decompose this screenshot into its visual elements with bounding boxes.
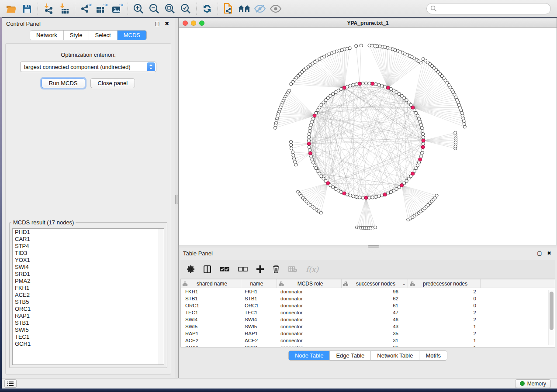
vertical-splitter[interactable] (175, 18, 179, 378)
mcds-result-item[interactable]: FKH1 (13, 285, 164, 292)
criterion-value: largest connected component (undirected) (21, 64, 147, 70)
hide-selected-button[interactable] (252, 1, 268, 16)
maximize-window-icon[interactable] (199, 21, 204, 26)
table-settings-button[interactable] (187, 263, 195, 276)
float-panel-icon[interactable]: ▢ (154, 20, 161, 27)
mcds-result-item[interactable]: TEC1 (13, 334, 164, 340)
deselect-all-columns-button[interactable] (238, 263, 248, 276)
search-input[interactable] (437, 6, 547, 12)
first-neighbors-button[interactable] (236, 1, 252, 16)
cell-predecessor-nodes: 2 (408, 316, 481, 323)
mcds-result-item[interactable]: CAR1 (13, 236, 164, 243)
scrollbar-thumb[interactable] (550, 292, 554, 330)
minimize-window-icon[interactable] (191, 21, 196, 26)
show-all-button[interactable] (268, 1, 284, 16)
mcds-result-item[interactable]: RAP1 (13, 313, 164, 320)
zoom-fit-button[interactable] (162, 1, 178, 16)
toolbar-separator (75, 3, 75, 15)
status-bar: Memory (2, 378, 557, 389)
zoom-selected-button[interactable] (178, 1, 194, 16)
mcds-result-item[interactable]: SWI5 (13, 327, 164, 334)
network-graph[interactable] (179, 28, 557, 245)
column-header-name[interactable]: name (241, 279, 277, 288)
sort-desc-icon: ⌄ (402, 281, 406, 286)
mcds-result-item[interactable]: SRD1 (13, 271, 164, 278)
export-table-button[interactable] (93, 1, 109, 16)
memory-button[interactable]: Memory (515, 379, 551, 388)
select-all-columns-button[interactable] (220, 263, 229, 276)
zoom-out-button[interactable] (146, 1, 162, 16)
cell-predecessor-nodes: 2 (408, 330, 481, 337)
run-mcds-button[interactable]: Run MCDS (42, 78, 85, 88)
save-session-button[interactable] (19, 1, 35, 16)
task-history-button[interactable] (4, 379, 17, 388)
column-header-shared-name[interactable]: shared name (181, 279, 241, 288)
table-scrollbar[interactable] (548, 290, 554, 345)
network-canvas[interactable] (179, 28, 557, 245)
table-row[interactable]: RAP1RAP1dominator352 (181, 330, 555, 337)
zoom-in-button[interactable] (131, 1, 146, 16)
tab-network[interactable]: Network (30, 31, 64, 40)
close-panel-icon[interactable]: ✖ (163, 20, 170, 27)
import-network-button[interactable] (41, 1, 56, 16)
tab-style[interactable]: Style (64, 31, 89, 40)
tab-select[interactable]: Select (89, 31, 118, 40)
tab-edge-table[interactable]: Edge Table (330, 351, 371, 360)
tab-network-table[interactable]: Network Table (371, 351, 419, 360)
table-row[interactable]: SWI5SWI5connector431 (181, 323, 555, 330)
mcds-result-item[interactable]: GCR1 (13, 340, 164, 347)
table-row[interactable]: FKH1FKH1dominator962 (181, 288, 555, 295)
mcds-result-list[interactable]: PHD1CAR1STP4TID3YOX1SWI4SRD1PMA2FKH1ACE2… (12, 228, 164, 365)
mcds-result-item[interactable]: TID3 (13, 250, 164, 257)
cell-name: STB1 (241, 295, 277, 302)
import-table-button[interactable] (56, 1, 72, 16)
mcds-result-item[interactable]: ACE2 (13, 292, 164, 299)
export-image-button[interactable] (109, 1, 125, 16)
network-view-titlebar[interactable]: YPA_prune.txt_1 (179, 18, 557, 28)
tab-motifs[interactable]: Motifs (419, 351, 447, 360)
duplicate-network-button[interactable] (221, 1, 236, 16)
column-header-successor-nodes[interactable]: successor nodes⌄ (342, 279, 408, 288)
cell-successor-nodes: 96 (342, 288, 408, 295)
export-network-button[interactable] (78, 1, 93, 16)
table-row[interactable]: ORC1ORC1dominator610 (181, 302, 555, 309)
mcds-result-item[interactable]: STB1 (13, 320, 164, 327)
mcds-result-item[interactable]: PMA2 (13, 278, 164, 285)
mcds-list-scrollbar[interactable] (159, 229, 164, 364)
choose-columns-button[interactable] (204, 263, 211, 276)
mcds-result-item[interactable]: YOX1 (13, 257, 164, 264)
close-window-icon[interactable] (183, 21, 188, 26)
table-row[interactable]: ACE2ACE2connector311 (181, 337, 555, 344)
table-row[interactable]: SWI4SWI4dominator462 (181, 316, 555, 323)
column-header-predecessor-nodes[interactable]: predecessor nodes (408, 279, 481, 288)
mcds-result-item[interactable]: ORC1 (13, 306, 164, 313)
open-file-button[interactable] (3, 1, 19, 16)
add-column-button[interactable] (256, 263, 264, 276)
column-header-MCDS-role[interactable]: MCDS role (277, 279, 342, 288)
float-panel-icon[interactable]: ▢ (536, 250, 543, 257)
mcds-result-item[interactable]: STB5 (13, 299, 164, 306)
columns-icon (204, 265, 211, 273)
search-box[interactable] (426, 3, 551, 14)
close-panel-button[interactable]: Close panel (90, 78, 135, 88)
table-row[interactable]: YOX1YOX1connector291 (181, 344, 555, 347)
cell-name: SWI4 (241, 316, 277, 323)
criterion-dropdown[interactable]: largest connected component (undirected) (20, 62, 156, 72)
mcds-result-item[interactable]: STP4 (13, 243, 164, 250)
delete-column-button[interactable] (273, 263, 280, 276)
table-row[interactable]: STB1STB1dominator620 (181, 295, 555, 302)
network-view-title: YPA_prune.txt_1 (179, 20, 557, 26)
tab-mcds[interactable]: MCDS (118, 31, 146, 40)
mcds-result-item[interactable]: SWI4 (13, 264, 164, 271)
splitter-grip[interactable] (175, 195, 178, 204)
table-header-row: shared namenameMCDS rolesuccessor nodes⌄… (181, 279, 555, 288)
cell-MCDS-role: dominator (277, 302, 342, 309)
close-panel-icon[interactable]: ✖ (546, 250, 553, 257)
table-row[interactable]: TEC1TEC1connector472 (181, 309, 555, 316)
delete-table-icon (288, 266, 297, 272)
tab-node-table[interactable]: Node Table (289, 351, 330, 360)
node-table: shared namenameMCDS rolesuccessor nodes⌄… (180, 279, 555, 347)
mcds-result-item[interactable]: PHD1 (13, 229, 164, 236)
refresh-view-button[interactable] (199, 1, 215, 16)
search-icon (430, 5, 437, 12)
